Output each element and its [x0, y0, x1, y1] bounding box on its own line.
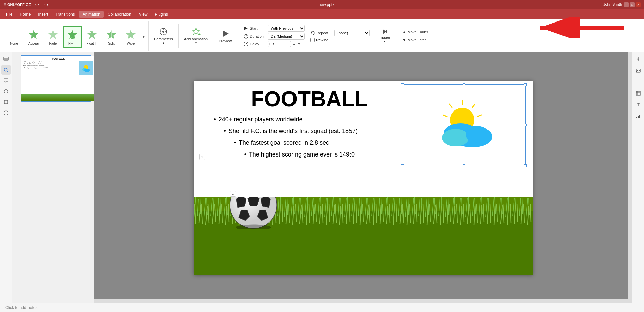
animation-none-button[interactable]: None — [5, 26, 23, 48]
title-bar-filename: new.pptx — [319, 2, 334, 7]
repeat-select[interactable]: (none) 2 3 Until Next Click — [334, 30, 370, 36]
menu-home[interactable]: Home — [16, 11, 34, 18]
handle-bm[interactable] — [463, 164, 465, 167]
animation-wipe-button[interactable]: Wipe — [121, 26, 140, 48]
bullet-4: • The highest scoring game ever is 149:0 — [214, 151, 409, 158]
handle-bl[interactable] — [401, 164, 404, 167]
start-play-icon — [244, 26, 248, 31]
animation-number-1-bullets: 1 — [199, 154, 205, 160]
animation-scroll-button[interactable]: ▼ — [141, 26, 146, 48]
table-panel-icon — [636, 91, 641, 96]
move-earlier-icon: ▲ — [402, 30, 406, 34]
sidebar-slides-tool[interactable] — [1, 54, 11, 64]
settings-panel-icon — [636, 57, 641, 61]
info-icon: i — [3, 110, 9, 116]
weather-svg — [430, 98, 497, 152]
animation-split-button[interactable]: Split — [102, 26, 121, 48]
sidebar-plugins-tool[interactable] — [1, 97, 11, 107]
preview-button[interactable]: Preview — [216, 25, 234, 47]
svg-line-49 — [449, 104, 452, 107]
delay-input[interactable] — [268, 41, 291, 47]
rewind-checkbox[interactable] — [310, 38, 315, 42]
animations-group: None Appear Fade — [3, 21, 149, 51]
svg-rect-287 — [638, 116, 639, 118]
right-panel-table[interactable] — [634, 89, 643, 98]
user-name: John Smith — [603, 2, 622, 7]
svg-marker-2 — [48, 30, 58, 39]
menu-animation[interactable]: Animation — [79, 11, 104, 18]
move-section: ▲ Move Earlier ▼ Move Later — [397, 21, 433, 51]
svg-rect-40 — [6, 102, 8, 104]
svg-rect-288 — [639, 115, 640, 118]
menu-transitions[interactable]: Transitions — [52, 11, 78, 18]
menu-insert[interactable]: Insert — [35, 11, 51, 18]
sidebar-info-tool[interactable]: i — [1, 108, 11, 118]
minimize-button[interactable]: — — [624, 2, 629, 7]
canvas-area: 1 FOOTBALL • 240+ regular players worldw… — [94, 52, 632, 303]
weather-image-box[interactable] — [402, 84, 526, 166]
start-select[interactable]: With Previous After Previous On Click — [268, 25, 305, 32]
slide-canvas[interactable]: 1 FOOTBALL • 240+ regular players worldw… — [194, 81, 533, 275]
menu-plugins[interactable]: Plugins — [152, 11, 171, 18]
right-panel-image[interactable] — [634, 66, 643, 75]
right-panel-paragraph[interactable] — [634, 77, 643, 87]
handle-tl[interactable] — [401, 83, 404, 86]
menu-view[interactable]: View — [136, 11, 151, 18]
trigger-button[interactable]: Trigger ▼ — [376, 25, 393, 47]
animation-number-1-ball: 1 — [230, 191, 236, 197]
sidebar-search-tool[interactable] — [1, 65, 11, 75]
canvas-scroll-horizontal[interactable] — [94, 299, 628, 303]
slide-1-thumbnail[interactable]: FOOTBALL • 240+ regular players worldwid… — [21, 55, 91, 102]
animation-flyin-button[interactable]: Fly in — [63, 26, 82, 48]
svg-point-269 — [638, 58, 639, 60]
trigger-section: Trigger ▼ — [373, 21, 396, 51]
svg-marker-266 — [236, 197, 246, 208]
svg-rect-39 — [4, 102, 6, 104]
duration-label: Duration — [250, 34, 266, 38]
move-earlier-button[interactable]: ▲ Move Earlier — [400, 29, 430, 35]
right-panel-settings[interactable] — [634, 54, 643, 64]
notes-area[interactable]: Click to add notes — [0, 303, 644, 312]
right-panel-text[interactable] — [634, 100, 643, 109]
repeat-section: Repeat (none) 2 3 Until Next Click Rewin… — [308, 21, 372, 51]
canvas-scroll-vertical[interactable] — [628, 52, 632, 303]
ribbon: None Appear Fade — [0, 19, 644, 52]
parameters-button[interactable]: Parameters ▼ — [151, 25, 176, 47]
handle-mr[interactable] — [524, 124, 527, 126]
bullet-3: • The fastest goal scored in 2.8 sec — [214, 139, 409, 146]
close-button[interactable]: ✕ — [636, 2, 641, 7]
duration-select[interactable]: 2 s (Medium) 1 s (Fast) 3 s (Slow) — [268, 33, 305, 40]
delay-down-arrow[interactable]: ▼ — [297, 42, 301, 46]
right-panel-chart[interactable] — [634, 112, 643, 121]
svg-marker-1 — [29, 30, 38, 39]
title-bar-controls: John Smith — □ ✕ — [603, 2, 641, 7]
handle-tr[interactable] — [524, 83, 527, 86]
menu-file[interactable]: File — [3, 11, 16, 18]
handle-br[interactable] — [524, 164, 527, 167]
svg-rect-38 — [6, 100, 8, 102]
animation-appear-button[interactable]: Appear — [24, 26, 43, 48]
animation-fade-button[interactable]: Fade — [44, 26, 62, 48]
timing-controls: Start With Previous After Previous On Cl… — [241, 21, 307, 51]
redo-button[interactable]: ↪ — [43, 1, 50, 8]
undo-button[interactable]: ↩ — [34, 1, 40, 8]
move-later-button[interactable]: ▼ Move Later — [400, 37, 430, 43]
parameters-dropdown-arrow: ▼ — [162, 42, 165, 45]
animation-floatin-button[interactable]: Float In — [83, 26, 101, 48]
sidebar-comments-tool[interactable] — [1, 76, 11, 85]
delay-up-arrow[interactable]: ▲ — [292, 42, 296, 46]
image-panel-icon — [636, 68, 641, 73]
delay-label: Delay — [250, 42, 266, 46]
handle-ml[interactable] — [401, 124, 404, 126]
plugins-icon — [3, 99, 9, 105]
svg-marker-16 — [193, 28, 199, 34]
menu-collaboration[interactable]: Collaboration — [104, 11, 135, 18]
repeat-label: Repeat — [316, 31, 333, 35]
add-animation-button[interactable]: + Add animation ▼ — [181, 25, 210, 47]
trigger-icon — [382, 29, 388, 35]
sidebar-chat-tool[interactable] — [1, 87, 11, 96]
svg-point-11 — [162, 31, 164, 33]
handle-tm[interactable] — [463, 83, 465, 86]
svg-line-50 — [443, 115, 447, 117]
maximize-button[interactable]: □ — [630, 2, 635, 7]
